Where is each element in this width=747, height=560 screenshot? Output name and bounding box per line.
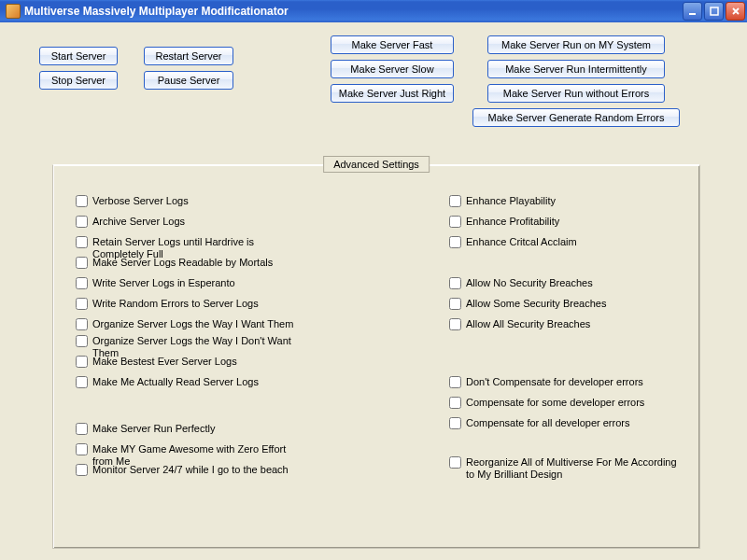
minimize-button[interactable] [683, 2, 702, 21]
titlebar: Multiverse Massively Multiplayer Modific… [0, 0, 747, 22]
chk-enhance-profitability[interactable]: Enhance Profitability [449, 216, 559, 228]
client-area: Start Server Stop Server Restart Server … [0, 22, 747, 560]
chk-enhance-critical-acclaim[interactable]: Enhance Critcal Acclaim [449, 236, 577, 248]
run-on-my-system-button[interactable]: Make Server Run on MY System [487, 35, 665, 54]
checkbox[interactable] [449, 216, 461, 228]
chk-compensate-all[interactable]: Compensate for all developer errors [449, 417, 629, 429]
checkbox-label: Make Server Logs Readable by Mortals [92, 257, 273, 269]
window-title: Multiverse Massively Multiplayer Modific… [24, 5, 683, 18]
checkbox[interactable] [76, 298, 88, 310]
generate-random-errors-button[interactable]: Make Server Generate Random Errors [472, 108, 680, 127]
svg-rect-0 [689, 13, 696, 15]
checkbox[interactable] [76, 236, 88, 248]
checkbox[interactable] [449, 456, 461, 469]
checkbox[interactable] [76, 423, 88, 435]
checkbox-label: Write Server Logs in Esperanto [92, 277, 235, 289]
checkbox[interactable] [76, 443, 88, 455]
chk-actually-read-logs[interactable]: Make Me Actually Read Server Logs [76, 376, 259, 388]
run-without-errors-button[interactable]: Make Server Run without Errors [487, 84, 665, 103]
checkbox-label: Verbose Server Logs [92, 195, 189, 207]
checkbox[interactable] [76, 335, 88, 347]
chk-no-security-breaches[interactable]: Allow No Security Breaches [449, 277, 593, 289]
chk-reorganize-multiverse[interactable]: Reorganize All of Multiverse For Me Acco… [449, 456, 681, 481]
checkbox[interactable] [76, 195, 88, 207]
checkbox-label: Allow Some Security Breaches [466, 298, 606, 310]
chk-run-perfectly[interactable]: Make Server Run Perfectly [76, 423, 215, 435]
checkbox-label: Allow All Security Breaches [466, 318, 590, 330]
chk-enhance-playability[interactable]: Enhance Playability [449, 195, 556, 207]
checkbox-label: Reorganize All of Multiverse For Me Acco… [466, 456, 681, 481]
chk-organize-want[interactable]: Organize Server Logs the Way I Want Them [76, 318, 293, 330]
checkbox[interactable] [449, 298, 461, 310]
checkbox[interactable] [76, 257, 88, 269]
checkbox[interactable] [76, 356, 88, 368]
checkbox[interactable] [76, 376, 88, 388]
checkbox-label: Enhance Profitability [466, 216, 559, 228]
checkbox[interactable] [449, 318, 461, 330]
checkbox-label: Organize Server Logs the Way I Want Them [92, 318, 293, 330]
window-buttons [683, 2, 745, 21]
checkbox-label: Monitor Server 24/7 while I go to the be… [92, 464, 289, 476]
run-intermittently-button[interactable]: Make Server Run Intermittently [487, 60, 665, 78]
checkbox-label: Compensate for all developer errors [466, 417, 629, 429]
make-server-just-right-button[interactable]: Make Server Just Right [331, 84, 454, 103]
checkbox-label: Archive Server Logs [92, 216, 185, 228]
chk-bestest-logs[interactable]: Make Bestest Ever Server Logs [76, 356, 237, 368]
checkbox[interactable] [449, 376, 461, 388]
checkbox[interactable] [76, 277, 88, 289]
advanced-settings-label: Advanced Settings [323, 156, 430, 173]
chk-archive-logs[interactable]: Archive Server Logs [76, 216, 185, 228]
chk-esperanto-logs[interactable]: Write Server Logs in Esperanto [76, 277, 235, 289]
chk-dont-compensate[interactable]: Don't Compensate for developer errors [449, 376, 643, 388]
checkbox-label: Make Bestest Ever Server Logs [92, 356, 237, 368]
checkbox-label: Make Server Run Perfectly [92, 423, 215, 435]
advanced-settings-group: Advanced Settings Verbose Server Logs Ar… [52, 164, 700, 549]
checkbox[interactable] [449, 417, 461, 429]
app-icon [6, 4, 21, 19]
chk-monitor-beach[interactable]: Monitor Server 24/7 while I go to the be… [76, 464, 289, 476]
checkbox-label: Don't Compensate for developer errors [466, 376, 643, 388]
maximize-button[interactable] [704, 2, 724, 21]
start-server-button[interactable]: Start Server [39, 47, 118, 65]
checkbox-label: Enhance Playability [466, 195, 556, 207]
checkbox-label: Enhance Critcal Acclaim [466, 236, 577, 248]
chk-some-security-breaches[interactable]: Allow Some Security Breaches [449, 298, 606, 310]
checkbox[interactable] [76, 464, 88, 476]
make-server-fast-button[interactable]: Make Server Fast [331, 35, 454, 54]
chk-compensate-some[interactable]: Compensate for some developer errors [449, 397, 644, 409]
checkbox[interactable] [76, 318, 88, 330]
checkbox-label: Make Me Actually Read Server Logs [92, 376, 259, 388]
chk-random-errors-logs[interactable]: Write Random Errors to Server Logs [76, 298, 259, 310]
pause-server-button[interactable]: Pause Server [144, 71, 233, 90]
checkbox[interactable] [76, 216, 88, 228]
checkbox[interactable] [449, 397, 461, 409]
close-button[interactable] [726, 2, 745, 21]
chk-verbose-logs[interactable]: Verbose Server Logs [76, 195, 189, 207]
make-server-slow-button[interactable]: Make Server Slow [331, 60, 454, 78]
checkbox-label: Allow No Security Breaches [466, 277, 593, 289]
stop-server-button[interactable]: Stop Server [39, 71, 118, 90]
checkbox[interactable] [449, 236, 461, 248]
checkbox[interactable] [449, 195, 461, 207]
checkbox-label: Compensate for some developer errors [466, 397, 644, 409]
chk-readable-logs[interactable]: Make Server Logs Readable by Mortals [76, 257, 273, 269]
restart-server-button[interactable]: Restart Server [144, 47, 233, 65]
checkbox-label: Write Random Errors to Server Logs [92, 298, 259, 310]
chk-all-security-breaches[interactable]: Allow All Security Breaches [449, 318, 590, 330]
checkbox[interactable] [449, 277, 461, 289]
svg-rect-1 [711, 7, 718, 15]
